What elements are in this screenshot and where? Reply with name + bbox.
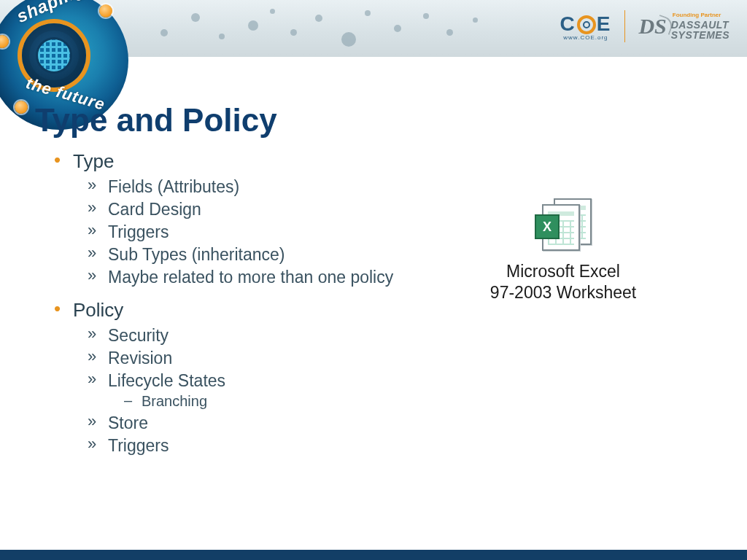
coe-letter-c: C — [560, 12, 576, 36]
slide-title: Type and Policy — [35, 102, 712, 139]
partner-logos: C E www.COE.org DS Founding Partner DASS… — [560, 10, 729, 42]
list-item: Triggers — [108, 221, 414, 244]
dassault-logo: DS Founding Partner DASSAULT SYSTEMES — [638, 12, 729, 40]
excel-badge-icon: X — [535, 214, 560, 239]
pin-icon — [99, 4, 112, 18]
ds-tagline: Founding Partner — [673, 12, 729, 18]
coe-logo: C E www.COE.org — [560, 12, 611, 41]
bullet-policy-label: Policy — [73, 299, 123, 321]
bullet-type-label: Type — [73, 150, 114, 172]
ds-name-1: DASSAULT — [671, 20, 729, 30]
list-item: Maybe related to more than one policy — [108, 266, 414, 289]
bullet-column: Type Fields (Attributes) Card Design Tri… — [35, 149, 414, 466]
list-item: Branching — [142, 392, 414, 411]
list-item: Store — [108, 412, 414, 435]
embed-caption-line2: 97-2003 Worksheet — [490, 282, 636, 303]
ds-name-2: SYSTEMES — [671, 30, 729, 40]
list-item: Triggers — [108, 435, 414, 457]
list-item: Revision — [108, 347, 414, 370]
coe-url: www.COE.org — [563, 34, 608, 41]
footer-bar — [0, 550, 747, 560]
ds-mark-icon: DS — [638, 14, 666, 39]
bullet-policy: Policy Security Revision Lifecycle State… — [60, 298, 414, 466]
embed-caption: Microsoft Excel 97-2003 Worksheet — [490, 261, 636, 303]
excel-file-icon: X — [535, 198, 592, 251]
list-item-label: Lifecycle States — [108, 371, 225, 390]
slide-body: Type and Policy Type Fields (Attributes)… — [0, 57, 747, 466]
embedded-object[interactable]: X Microsoft Excel 97-2003 Worksheet — [414, 149, 712, 466]
logo-divider — [624, 10, 625, 42]
bullet-type: Type Fields (Attributes) Card Design Tri… — [60, 149, 414, 298]
list-item: Sub Types (inheritance) — [108, 244, 414, 266]
coe-letter-e: E — [597, 12, 612, 36]
header-band: shaping the future C E www.COE.org DS Fo… — [0, 0, 747, 57]
list-item: Card Design — [108, 198, 414, 221]
pin-icon — [0, 35, 9, 48]
ring-icon — [577, 15, 596, 34]
embed-caption-line1: Microsoft Excel — [490, 261, 636, 282]
list-item: Lifecycle States Branching — [108, 370, 414, 412]
list-item: Security — [108, 324, 414, 347]
list-item: Fields (Attributes) — [108, 176, 414, 198]
